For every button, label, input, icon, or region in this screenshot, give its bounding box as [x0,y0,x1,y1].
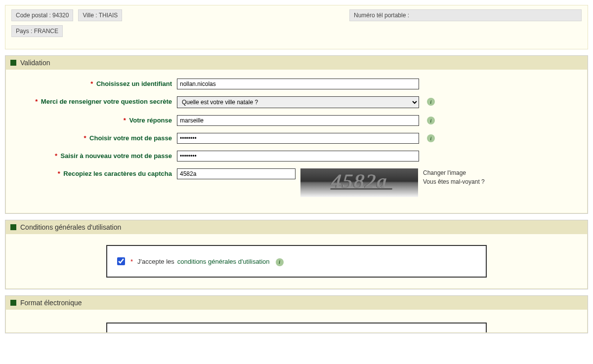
info-icon[interactable]: i [276,258,284,266]
cgu-link[interactable]: conditions générales d'utilisation [177,258,270,265]
captcha-links: Changer l'image Vous êtes mal-voyant ? [423,168,485,186]
password-label: * Choisir votre mot de passe [14,133,172,142]
validation-title: Validation [20,59,50,67]
info-icon[interactable]: i [427,98,435,106]
required-mark: * [58,170,60,177]
country-value: FRANCE [34,28,58,35]
postal-code-field: Code postal : 94320 [11,9,73,21]
format-header: Format électronique [5,296,588,310]
format-title: Format électronique [20,299,82,307]
password-input[interactable] [177,133,419,144]
bullet-icon [10,300,16,306]
answer-input[interactable] [177,115,419,126]
password-row: * Choisir votre mot de passe i [14,133,579,144]
spacer [127,9,344,21]
format-panel: Format électronique [5,295,588,333]
format-box [106,323,487,332]
question-row: * Merci de renseigner votre question sec… [14,96,579,108]
question-select[interactable]: Quelle est votre ville natale ? [177,96,419,108]
country-label: Pays : [16,28,32,35]
captcha-input[interactable] [177,168,296,179]
cgu-box: * J'accepte les conditions générales d'u… [106,245,487,278]
answer-row: * Votre réponse i [14,115,579,126]
required-mark: * [35,98,38,105]
required-mark: * [124,117,126,124]
captcha-display-text: 4582a [330,169,388,193]
country-field: Pays : FRANCE [11,25,63,37]
postal-code-label: Code postal : [16,12,51,19]
accept-prefix: J'accepte les [137,258,174,265]
format-body [5,310,588,333]
address-panel: Code postal : 94320 Ville : THIAIS Numér… [5,5,588,49]
mobile-label: Numéro tél portable : [354,12,409,19]
city-label: Ville : [83,12,97,19]
visually-impaired-link[interactable]: Vous êtes mal-voyant ? [423,177,485,186]
cgu-panel: Conditions générales d'utilisation * J'a… [5,220,588,289]
required-mark: * [130,258,133,265]
question-label: * Merci de renseigner votre question sec… [14,96,172,105]
cgu-header: Conditions générales d'utilisation [5,220,588,234]
bullet-icon [10,224,16,230]
password-confirm-label: * Saisir à nouveau votre mot de passe [14,151,172,160]
validation-panel: Validation * Choisissez un identifiant *… [5,55,588,214]
required-mark: * [84,134,86,142]
postal-code-value: 94320 [52,12,69,19]
captcha-group: 4582a Changer l'image Vous êtes mal-voya… [177,168,485,197]
identifier-row: * Choisissez un identifiant [14,79,579,89]
answer-label: * Votre réponse [14,115,172,124]
bullet-icon [10,60,16,66]
required-mark: * [55,152,57,160]
identifier-input[interactable] [177,79,419,89]
address-row-2: Pays : FRANCE [11,25,582,37]
change-image-link[interactable]: Changer l'image [423,168,485,177]
identifier-label: * Choisissez un identifiant [14,79,172,87]
captcha-row: * Recopiez les caractères du captcha 458… [14,168,579,197]
city-value: THIAIS [99,12,118,19]
captcha-image: 4582a [300,168,418,197]
info-icon[interactable]: i [427,134,435,142]
address-row-1: Code postal : 94320 Ville : THIAIS Numér… [11,9,582,21]
password-confirm-input[interactable] [177,151,419,162]
validation-body: * Choisissez un identifiant * Merci de r… [5,70,588,213]
city-field: Ville : THIAIS [78,9,122,21]
cgu-title: Conditions générales d'utilisation [20,223,121,231]
captcha-label: * Recopiez les caractères du captcha [14,168,172,177]
required-mark: * [90,80,93,87]
info-icon[interactable]: i [427,117,435,124]
accept-cgu-checkbox[interactable] [117,257,125,265]
validation-header: Validation [5,56,588,70]
mobile-field: Numéro tél portable : [349,9,582,21]
cgu-body: * J'accepte les conditions générales d'u… [5,234,588,289]
password-confirm-row: * Saisir à nouveau votre mot de passe [14,151,579,162]
